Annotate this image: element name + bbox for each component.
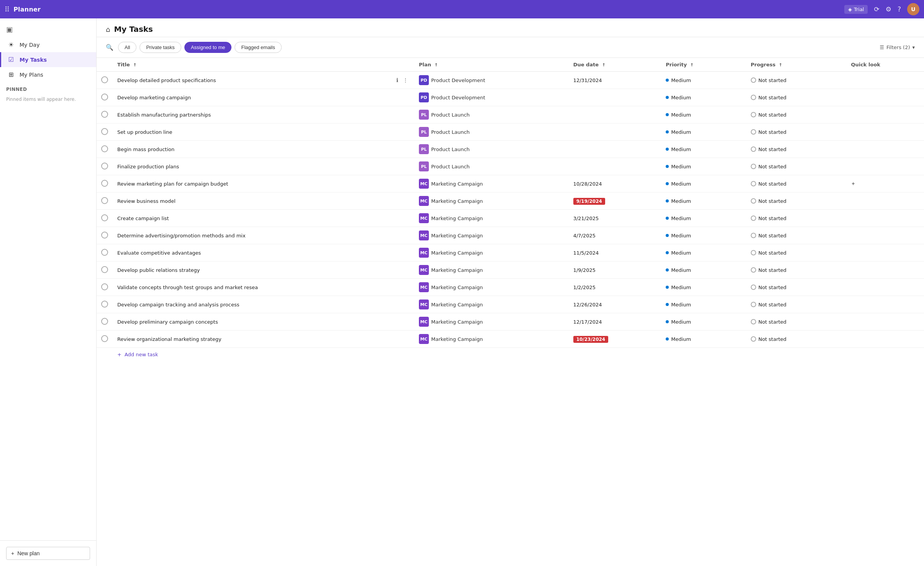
task-complete-checkbox[interactable] <box>101 232 108 239</box>
filters-button[interactable]: ☰ Filters (2) ▾ <box>880 44 915 50</box>
table-row: Develop public relations strategyMCMarke… <box>97 262 924 279</box>
avatar[interactable]: U <box>907 3 919 15</box>
table-row: Validate concepts through test groups an… <box>97 279 924 296</box>
col-header-priority[interactable]: Priority ↑ <box>661 58 746 72</box>
plan-badge: MC <box>419 248 429 258</box>
task-complete-checkbox[interactable] <box>101 318 108 325</box>
task-complete-checkbox[interactable] <box>101 335 108 342</box>
new-plan-label: New plan <box>17 550 39 556</box>
col-header-plan[interactable]: Plan ↑ <box>414 58 569 72</box>
plan-badge: MC <box>419 179 429 189</box>
progress-label: Not started <box>758 198 786 204</box>
quick-look-icon[interactable]: ✦ <box>851 181 855 187</box>
sidebar-item-my-day[interactable]: ☀ My Day <box>0 37 96 52</box>
task-complete-checkbox[interactable] <box>101 249 108 256</box>
progress-label: Not started <box>758 95 786 100</box>
progress-label: Not started <box>758 216 786 221</box>
due-date: 10/23/2024 <box>573 336 609 343</box>
task-complete-checkbox[interactable] <box>101 111 108 118</box>
priority-label: Medium <box>671 95 691 100</box>
task-complete-checkbox[interactable] <box>101 94 108 100</box>
progress-circle <box>751 146 756 152</box>
progress-circle <box>751 336 756 342</box>
plan-badge: MC <box>419 196 429 206</box>
progress-circle <box>751 319 756 324</box>
plan-badge: MC <box>419 265 429 275</box>
progress-label: Not started <box>758 336 786 342</box>
task-complete-checkbox[interactable] <box>101 76 108 83</box>
priority-dot <box>666 251 669 254</box>
plan-badge: PD <box>419 92 429 102</box>
sidebar-item-my-plans[interactable]: ⊞ My Plans <box>0 67 96 82</box>
plan-name: Marketing Campaign <box>431 233 483 239</box>
plan-name: Marketing Campaign <box>431 198 483 204</box>
task-complete-checkbox[interactable] <box>101 180 108 187</box>
settings-icon[interactable]: ⚙ <box>886 5 891 13</box>
new-plan-button[interactable]: + New plan <box>6 547 90 560</box>
tab-private-tasks[interactable]: Private tasks <box>140 42 181 53</box>
add-new-task-button[interactable]: + Add new task <box>117 352 919 357</box>
plus-icon: + <box>11 550 14 556</box>
task-complete-checkbox[interactable] <box>101 128 108 135</box>
progress-label: Not started <box>758 250 786 256</box>
task-complete-checkbox[interactable] <box>101 197 108 204</box>
task-more-button[interactable]: ⋮ <box>401 76 410 84</box>
task-title: Review marketing plan for campaign budge… <box>117 181 410 187</box>
task-complete-checkbox[interactable] <box>101 145 108 152</box>
page-header-icon: ⌂ <box>106 25 110 33</box>
plan-badge: PL <box>419 144 429 154</box>
task-title: Finalize production plans <box>117 164 410 169</box>
progress-circle <box>751 216 756 221</box>
priority-dot <box>666 79 669 82</box>
plan-badge: MC <box>419 317 429 327</box>
progress-label: Not started <box>758 233 786 239</box>
sidebar-item-my-tasks[interactable]: ☑ My Tasks <box>0 52 96 67</box>
priority-dot <box>666 165 669 168</box>
table-row: Review organizational marketing strategy… <box>97 331 924 348</box>
plan-name: Product Launch <box>431 129 470 135</box>
priority-dot <box>666 217 669 220</box>
pinned-message: Pinned items will appear here. <box>0 94 96 105</box>
help-icon[interactable]: ? <box>898 5 901 13</box>
task-complete-checkbox[interactable] <box>101 266 108 273</box>
tab-flagged-emails[interactable]: Flagged emails <box>235 42 281 53</box>
progress-label: Not started <box>758 181 786 187</box>
priority-dot <box>666 337 669 341</box>
plan-badge: MC <box>419 213 429 223</box>
task-title: Develop campaign tracking and analysis p… <box>117 302 410 308</box>
progress-label: Not started <box>758 302 786 308</box>
priority-label: Medium <box>671 319 691 325</box>
tab-assigned-to-me[interactable]: Assigned to me <box>184 42 232 53</box>
tab-all[interactable]: All <box>118 42 136 53</box>
due-date: 12/26/2024 <box>573 302 602 308</box>
progress-circle <box>751 233 756 238</box>
chevron-down-icon: ▾ <box>912 44 915 50</box>
app-grid-icon[interactable]: ⠿ <box>5 5 10 13</box>
sidebar: ▣ ☀ My Day ☑ My Tasks ⊞ My Plans Pinned … <box>0 18 97 566</box>
sidebar-item-label-my-tasks: My Tasks <box>20 57 47 63</box>
col-header-due-date[interactable]: Due date ↑ <box>569 58 661 72</box>
task-title: Develop detailed product specifications <box>117 77 392 83</box>
share-icon[interactable]: ⟳ <box>874 5 879 13</box>
search-icon[interactable]: 🔍 <box>106 44 113 51</box>
table-row: Set up production linePLProduct LaunchMe… <box>97 123 924 141</box>
progress-circle <box>751 181 756 186</box>
due-date: 9/19/2024 <box>573 198 605 205</box>
topbar: ⠿ Planner ◈ Trial ⟳ ⚙ ? U <box>0 0 924 18</box>
col-header-title[interactable]: Title ↑ <box>113 58 414 72</box>
trial-label: Trial <box>854 7 864 12</box>
task-info-button[interactable]: ℹ <box>395 76 400 84</box>
task-complete-checkbox[interactable] <box>101 283 108 290</box>
priority-dot <box>666 182 669 185</box>
task-complete-checkbox[interactable] <box>101 301 108 308</box>
col-header-progress[interactable]: Progress ↑ <box>746 58 847 72</box>
task-complete-checkbox[interactable] <box>101 214 108 221</box>
task-complete-checkbox[interactable] <box>101 163 108 169</box>
priority-label: Medium <box>671 250 691 256</box>
table-row: Develop detailed product specificationsℹ… <box>97 72 924 89</box>
plan-badge: PL <box>419 127 429 137</box>
diamond-icon: ◈ <box>848 7 852 12</box>
sidebar-collapse-icon[interactable]: ▣ <box>6 25 13 33</box>
trial-button[interactable]: ◈ Trial <box>844 5 868 14</box>
main-content: ⌂ My Tasks 🔍 All Private tasks Assigned … <box>97 18 924 566</box>
